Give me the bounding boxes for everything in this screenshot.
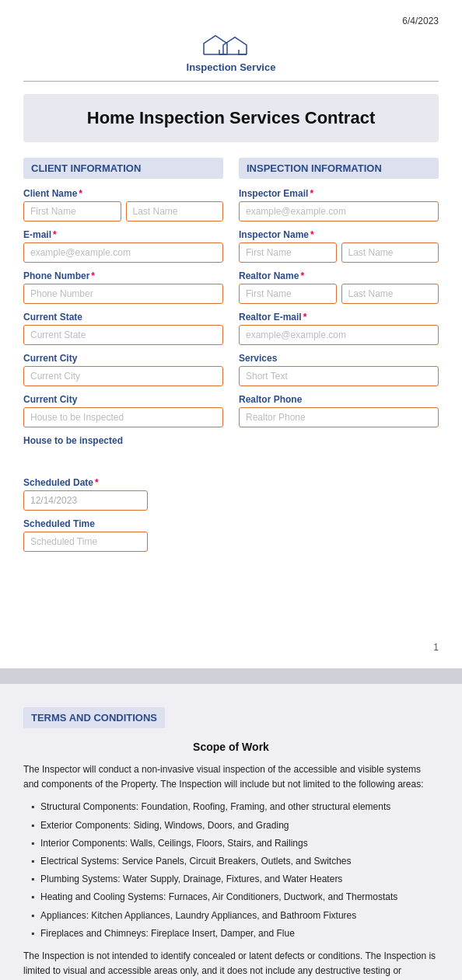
realtor-email-label: Realtor E-mail* (239, 312, 439, 323)
scheduled-date-group: Scheduled Date* (23, 477, 439, 511)
logo-area: Inspection Service (23, 33, 439, 73)
list-item: Appliances: Kitchen Appliances, Laundry … (31, 909, 439, 923)
state-group: Current State (23, 312, 223, 345)
logo-icon (200, 33, 262, 60)
city-group: Current City (23, 353, 223, 386)
terms-header: TERMS AND CONDITIONS (23, 707, 165, 728)
realtor-email-group: Realtor E-mail* (239, 312, 439, 345)
client-section-header: CLIENT INFORMATION (23, 158, 223, 179)
date-display: 6/4/2023 (23, 16, 439, 26)
services-group: Services (239, 353, 439, 386)
realtor-first-input[interactable] (239, 284, 337, 304)
realtor-name-group: Realtor Name* (239, 270, 439, 304)
terms-footer: The Inspection is not intended to identi… (23, 949, 439, 978)
state-input[interactable] (23, 325, 223, 345)
terms-list: Structural Components: Foundation, Roofi… (23, 800, 439, 941)
realtor-last-input[interactable] (341, 284, 439, 304)
list-item: Fireplaces and Chimneys: Fireplace Inser… (31, 926, 439, 941)
client-name-label: Client Name* (23, 188, 223, 199)
house-input[interactable] (23, 407, 223, 427)
header-divider (23, 81, 439, 82)
client-name-group: Client Name* (23, 188, 223, 221)
logo-text: Inspection Service (187, 61, 276, 73)
list-item: Electrical Systems: Service Panels, Circ… (31, 854, 439, 869)
inspection-section: INSPECTION INFORMATION Inspector Email* … (239, 158, 439, 454)
city-label: Current City (23, 353, 223, 364)
house-label: Current City (23, 394, 223, 405)
inspector-email-label: Inspector Email* (239, 188, 439, 199)
phone-group: Phone Number* (23, 270, 223, 304)
page-number: 1 (433, 642, 439, 653)
scheduled-date-label: Scheduled Date* (23, 477, 439, 488)
client-first-name-input[interactable] (23, 201, 121, 221)
services-label: Services (239, 353, 439, 364)
realtor-name-inputs (239, 284, 439, 304)
list-item: Structural Components: Foundation, Roofi… (31, 800, 439, 814)
scheduled-section: Scheduled Date* Scheduled Time (23, 477, 439, 552)
inspector-first-input[interactable] (239, 242, 337, 263)
form-title-box: Home Inspection Services Contract (23, 94, 439, 142)
scheduled-time-input[interactable] (23, 532, 148, 552)
form-title: Home Inspection Services Contract (31, 108, 431, 128)
form-columns: CLIENT INFORMATION Client Name* E-mail* (23, 158, 439, 454)
client-last-name-input[interactable] (126, 201, 224, 221)
state-label: Current State (23, 312, 223, 323)
list-item: Plumbing Systems: Water Supply, Drainage… (31, 872, 439, 887)
inspector-name-label: Inspector Name* (239, 229, 439, 240)
house-note: House to be inspected (23, 435, 223, 446)
page-1: 6/4/2023 Inspection Service Home Inspect… (0, 0, 462, 668)
services-input[interactable] (239, 366, 439, 386)
client-section: CLIENT INFORMATION Client Name* E-mail* (23, 158, 223, 454)
scheduled-time-label: Scheduled Time (23, 518, 439, 529)
city-input[interactable] (23, 366, 223, 386)
inspector-last-input[interactable] (341, 242, 439, 263)
realtor-phone-group: Realtor Phone (239, 394, 439, 427)
email-group: E-mail* (23, 229, 223, 263)
client-name-inputs (23, 201, 223, 221)
scheduled-date-input[interactable] (23, 490, 148, 511)
document-page: 6/4/2023 Inspection Service Home Inspect… (0, 0, 462, 980)
terms-intro: The Inspector will conduct a non-invasiv… (23, 762, 439, 792)
phone-input[interactable] (23, 284, 223, 304)
house-group: Current City (23, 394, 223, 427)
page-separator (0, 668, 462, 684)
email-input[interactable] (23, 242, 223, 263)
realtor-name-label: Realtor Name* (239, 270, 439, 281)
list-item: Exterior Components: Siding, Windows, Do… (31, 818, 439, 833)
inspector-email-group: Inspector Email* (239, 188, 439, 221)
inspector-name-inputs (239, 242, 439, 263)
page-2: TERMS AND CONDITIONS Scope of Work The I… (0, 684, 462, 980)
realtor-phone-input[interactable] (239, 407, 439, 427)
inspector-name-group: Inspector Name* (239, 229, 439, 263)
terms-section: TERMS AND CONDITIONS Scope of Work The I… (23, 707, 439, 978)
inspector-email-input[interactable] (239, 201, 439, 221)
email-label: E-mail* (23, 229, 223, 240)
realtor-phone-label: Realtor Phone (239, 394, 439, 405)
phone-label: Phone Number* (23, 270, 223, 281)
scope-title: Scope of Work (23, 741, 439, 753)
scheduled-time-group: Scheduled Time (23, 518, 439, 552)
realtor-email-input[interactable] (239, 325, 439, 345)
logo: Inspection Service (187, 33, 276, 73)
list-item: Heating and Cooling Systems: Furnaces, A… (31, 890, 439, 905)
list-item: Interior Components: Walls, Ceilings, Fl… (31, 836, 439, 851)
inspection-section-header: INSPECTION INFORMATION (239, 158, 439, 179)
